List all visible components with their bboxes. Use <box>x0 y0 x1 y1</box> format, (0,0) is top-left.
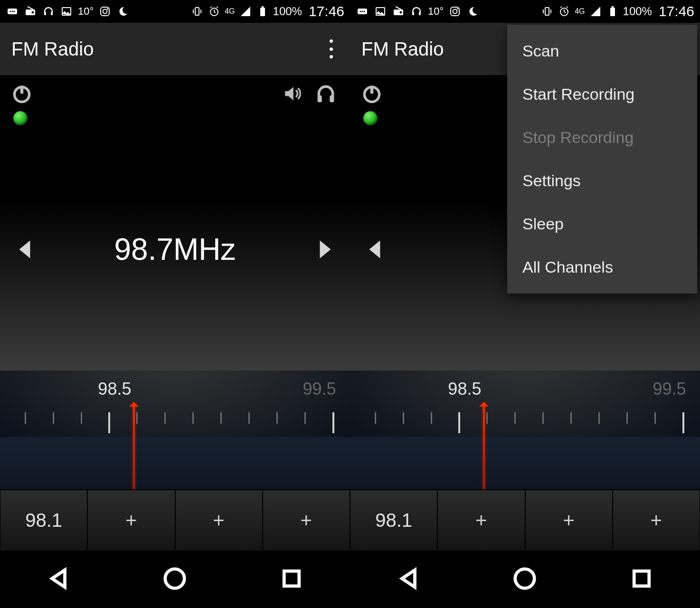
power-icon[interactable] <box>11 83 32 104</box>
current-frequency: 98.7MHz <box>114 232 236 267</box>
signal-icon <box>589 6 602 17</box>
dial-needle-icon <box>483 404 485 489</box>
overflow-menu-button[interactable] <box>323 39 339 58</box>
prev-station-button[interactable] <box>13 233 37 266</box>
svg-line-49 <box>567 7 568 8</box>
vibrate-icon <box>540 6 554 17</box>
preset-add[interactable]: + <box>437 490 525 551</box>
image-icon <box>374 6 387 17</box>
svg-rect-26 <box>330 95 334 103</box>
network-type: 4G <box>225 7 235 16</box>
svg-line-18 <box>214 12 216 13</box>
clock: 17:46 <box>659 3 694 19</box>
preset-row: 98.1 + + + <box>350 489 700 551</box>
phone-right: 10° 4G 100% 17:46 FM Radio 98. 9 <box>350 0 700 608</box>
battery-icon <box>606 6 619 17</box>
clock: 17:46 <box>309 3 344 19</box>
svg-line-35 <box>396 7 401 10</box>
svg-point-36 <box>400 11 402 14</box>
svg-line-20 <box>217 7 218 8</box>
preset-add[interactable]: + <box>525 490 613 551</box>
svg-line-5 <box>28 7 33 10</box>
battery-percent: 100% <box>623 5 652 18</box>
tuning-dial[interactable]: 98.5 99.5 <box>350 370 700 489</box>
svg-rect-37 <box>412 12 414 15</box>
svg-point-31 <box>362 11 363 12</box>
home-button[interactable] <box>512 566 538 593</box>
svg-rect-25 <box>318 95 322 103</box>
svg-point-6 <box>32 11 34 14</box>
back-button[interactable] <box>396 566 421 593</box>
alarm-icon <box>208 6 221 17</box>
recents-button[interactable] <box>629 566 654 593</box>
preset-add[interactable]: + <box>175 490 263 551</box>
status-bar: 10° 4G 100% 17:46 <box>350 0 700 23</box>
system-nav-bar <box>0 551 350 608</box>
dial-label: 99.5 <box>653 379 686 399</box>
dial-needle-icon <box>133 404 135 489</box>
svg-point-1 <box>10 11 11 12</box>
svg-point-40 <box>453 10 457 14</box>
more-icon <box>6 6 19 17</box>
dial-label: 98.5 <box>448 379 481 399</box>
network-type: 4G <box>575 7 585 16</box>
frequency-display: 98.7MHz <box>0 128 350 370</box>
svg-rect-28 <box>284 571 299 586</box>
image-icon <box>60 6 73 17</box>
status-led-icon <box>363 111 378 125</box>
svg-rect-13 <box>195 8 199 15</box>
tuning-dial[interactable]: 98.5 99.5 <box>0 370 350 489</box>
app-title: FM Radio <box>361 38 444 60</box>
vibrate-icon <box>190 6 204 17</box>
menu-settings[interactable]: Settings <box>507 159 697 202</box>
alarm-icon <box>558 6 571 17</box>
headphones-icon <box>42 6 55 17</box>
next-station-button[interactable] <box>313 233 337 266</box>
moon-icon <box>466 6 480 17</box>
top-controls <box>0 75 350 108</box>
battery-icon <box>256 6 269 17</box>
back-button[interactable] <box>46 566 71 593</box>
menu-scan[interactable]: Scan <box>507 29 697 73</box>
preset-add[interactable]: + <box>613 490 700 551</box>
svg-point-3 <box>14 11 15 12</box>
svg-rect-8 <box>51 12 53 15</box>
svg-rect-55 <box>634 571 649 586</box>
temperature: 10° <box>78 5 94 18</box>
home-button[interactable] <box>162 566 188 593</box>
menu-stop-recording: Stop Recording <box>507 116 697 159</box>
recents-button[interactable] <box>279 566 304 593</box>
svg-point-11 <box>103 10 107 14</box>
battery-percent: 100% <box>273 5 302 18</box>
app-titlebar: FM Radio <box>0 23 350 75</box>
preset-1[interactable]: 98.1 <box>0 490 87 551</box>
svg-rect-50 <box>610 8 615 16</box>
svg-line-19 <box>210 7 212 8</box>
dial-ticks <box>350 412 700 441</box>
preset-add[interactable]: + <box>87 490 175 551</box>
speaker-icon[interactable] <box>281 84 304 104</box>
svg-line-48 <box>560 7 562 8</box>
power-icon[interactable] <box>361 83 382 104</box>
preset-row: 98.1 + + + <box>0 489 350 551</box>
menu-start-recording[interactable]: Start Recording <box>507 73 697 116</box>
headphones-output-icon[interactable] <box>313 83 339 104</box>
menu-all-channels[interactable]: All Channels <box>507 246 697 289</box>
status-led-icon <box>13 111 28 125</box>
phone-left: 10° 4G 100% 17:46 FM Radio <box>0 0 350 608</box>
preset-add[interactable]: + <box>263 490 350 551</box>
signal-icon <box>239 6 252 17</box>
svg-point-32 <box>364 11 365 12</box>
svg-point-2 <box>12 11 13 12</box>
svg-rect-51 <box>612 6 614 8</box>
preset-1[interactable]: 98.1 <box>350 490 437 551</box>
app-title: FM Radio <box>11 38 94 60</box>
instagram-icon <box>448 6 462 17</box>
svg-rect-7 <box>44 12 46 15</box>
more-icon <box>356 6 369 17</box>
prev-station-button[interactable] <box>363 233 387 266</box>
menu-sleep[interactable]: Sleep <box>507 202 697 246</box>
svg-point-41 <box>457 8 458 10</box>
svg-point-12 <box>107 8 108 10</box>
overflow-menu: Scan Start Recording Stop Recording Sett… <box>507 25 697 294</box>
